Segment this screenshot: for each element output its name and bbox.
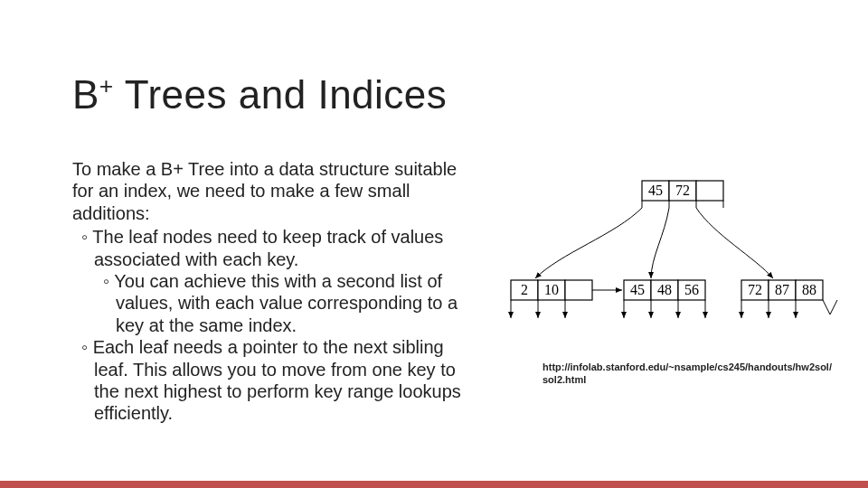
leaf3-key-1: 87	[775, 282, 789, 297]
bullet-2: Each leaf needs a pointer to the next si…	[94, 336, 470, 425]
leaf2-key-1: 48	[657, 282, 672, 297]
source-caption: http://infolab.stanford.edu/~nsample/cs2…	[542, 361, 832, 387]
bplus-tree-diagram: 45 72 2 10	[506, 172, 850, 371]
leaf-node-3: 72 87 88	[741, 280, 837, 318]
title-main: B	[72, 72, 99, 117]
leaf3-sibling-continuation	[823, 300, 837, 314]
svg-rect-9	[565, 280, 592, 300]
leaf2-key-0: 45	[630, 282, 645, 297]
intro-text: To make a B+ Tree into a data structure …	[72, 158, 470, 224]
bullet-1: The leaf nodes need to keep track of val…	[94, 226, 470, 270]
svg-rect-2	[696, 181, 723, 201]
title-rest: Trees and Indices	[114, 72, 448, 117]
leaf2-key-2: 56	[684, 282, 699, 297]
root-key-0: 45	[648, 183, 663, 198]
leaf1-key-0: 2	[521, 282, 528, 297]
arrow-root-leaf2	[651, 208, 669, 278]
leaf-node-2: 45 48 56	[624, 280, 705, 318]
leaf3-key-2: 88	[802, 282, 816, 297]
arrow-root-leaf3	[696, 208, 773, 278]
title-sup: +	[99, 72, 114, 99]
leaf1-key-1: 10	[544, 282, 559, 297]
root-node: 45 72	[642, 181, 723, 208]
arrow-root-leaf1	[535, 208, 642, 278]
slide-title: B+ Trees and Indices	[72, 72, 447, 117]
body-text: To make a B+ Tree into a data structure …	[72, 158, 470, 425]
slide: B+ Trees and Indices To make a B+ Tree i…	[0, 0, 868, 488]
leaf3-key-0: 72	[748, 282, 762, 297]
footer-accent-bar	[0, 481, 868, 488]
bullet-1-1: You can achieve this with a second list …	[116, 270, 470, 336]
bullet-list: The leaf nodes need to keep track of val…	[72, 226, 470, 425]
root-key-1: 72	[675, 183, 690, 198]
leaf-node-1: 2 10	[511, 280, 592, 318]
